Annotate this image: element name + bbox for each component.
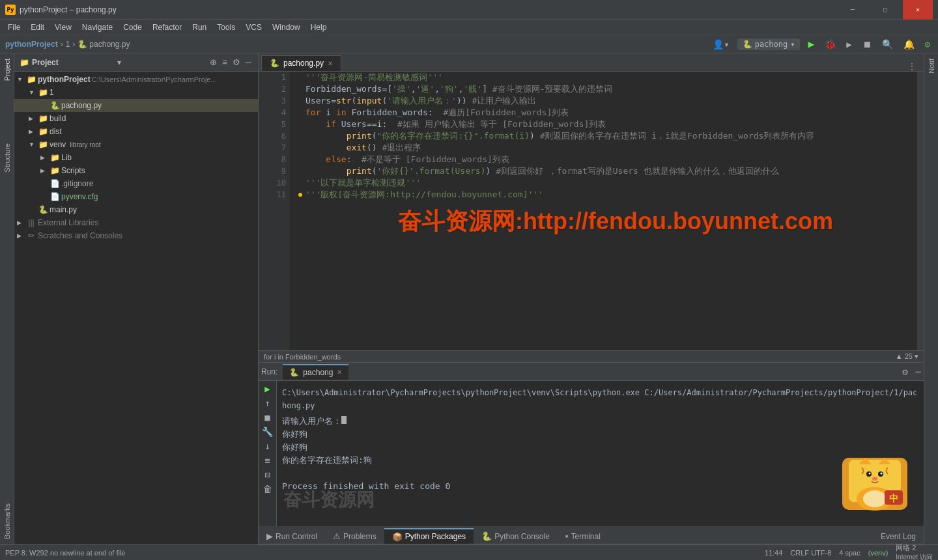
btm-tab-python-packages[interactable]: 📦 Python Packages: [384, 528, 474, 544]
tree-item-venv[interactable]: ▼ 📁 venv library root: [14, 138, 258, 151]
tree-item-main[interactable]: 🐍 main.py: [14, 203, 258, 216]
profile-icon[interactable]: 👤▾: [710, 38, 732, 51]
code-line-11-text: '''版权[奋斗资源网:http://fendou.boyunnet.com]'…: [306, 189, 543, 201]
menu-view[interactable]: View: [50, 21, 77, 33]
run-play-icon[interactable]: ▶: [264, 384, 270, 394]
project-tab-vertical[interactable]: Project: [2, 56, 12, 83]
editor-gutter: [259, 72, 264, 350]
run-collapse-icon[interactable]: ⊟: [264, 469, 270, 480]
search-everywhere-button[interactable]: 🔍: [879, 38, 896, 51]
tab-pachong[interactable]: 🐍 pachong.py ✕: [261, 55, 341, 71]
minimize-button[interactable]: ─: [838, 0, 868, 20]
window-title: pythonProject – pachong.py: [20, 5, 117, 14]
run-button[interactable]: ▶: [805, 36, 817, 51]
code-editor[interactable]: 奋斗资源网:http://fendou.boyunnet.com '''奋斗资源…: [290, 72, 917, 350]
tree-item-extlibs[interactable]: ▶ ||| External Libraries: [14, 216, 258, 229]
tree-item-gitignore[interactable]: 📄 .gitignore: [14, 177, 258, 190]
tree-item-1[interactable]: ▼ 📁 1: [14, 86, 258, 99]
tree-item-pyvenv[interactable]: 📄 pyvenv.cfg: [14, 190, 258, 203]
right-tab-notifications[interactable]: Notif: [926, 56, 937, 76]
bottom-panel: Run: 🐍 pachong ✕ ⚙ ─ ▶ ↑ ■: [259, 362, 924, 544]
run-panel-minimize-icon[interactable]: ─: [916, 367, 921, 377]
menu-vcs[interactable]: VCS: [240, 21, 267, 33]
run-config-selector[interactable]: 🐍 pachong ▾: [737, 38, 801, 50]
code-line-5-text: if Users==i: #如果 用户输入输出 等于 [Forbidden_wo…: [306, 119, 606, 130]
menu-help[interactable]: Help: [306, 21, 332, 33]
folder-venv-icon: 📁: [38, 139, 48, 150]
watermark-text: 奋斗资源网:http://fendou.boyunnet.com: [398, 216, 833, 227]
run-panel-settings-icon[interactable]: ⚙: [902, 367, 907, 377]
tree-item-pachong[interactable]: 🐍 pachong.py: [14, 99, 258, 112]
tab-pachong-label: pachong.py: [283, 59, 324, 68]
menu-edit[interactable]: Edit: [25, 21, 50, 33]
run-stop-icon[interactable]: ■: [264, 412, 270, 423]
stop-button[interactable]: ⏹: [860, 38, 874, 51]
breadcrumb-num[interactable]: 1: [66, 40, 70, 49]
run-scroll-down-icon[interactable]: ↓: [264, 441, 270, 451]
menu-window[interactable]: Window: [267, 21, 306, 33]
tree-build-arrow: ▶: [29, 115, 36, 122]
menu-navigate[interactable]: Navigate: [77, 21, 118, 33]
tree-main-label: main.py: [50, 205, 77, 214]
tree-item-dist[interactable]: ▶ 📁 dist: [14, 125, 258, 138]
run-with-coverage-button[interactable]: ▶: [844, 38, 854, 51]
debug-button[interactable]: 🐞: [822, 38, 838, 51]
project-panel-scroll-icon[interactable]: ≡: [221, 57, 229, 67]
code-line-10: '''以下就是单字检测违规''': [295, 177, 912, 189]
btm-tab-python-console[interactable]: 🐍 Python Console: [474, 528, 558, 544]
menu-refactor[interactable]: Refactor: [147, 21, 187, 33]
editor-scrollbar[interactable]: [917, 72, 924, 350]
menu-run[interactable]: Run: [187, 21, 212, 33]
btm-tab-event-log[interactable]: Event Log: [873, 528, 924, 544]
run-output-area[interactable]: C:\Users\Administrator\PycharmProjects\p…: [277, 381, 924, 526]
tree-venv-arrow: ▼: [29, 141, 36, 148]
tree-item-scratches[interactable]: ▶ ✏ Scratches and Consoles: [14, 229, 258, 242]
btm-tab-problems-label: Problems: [343, 532, 377, 541]
tree-dist-arrow: ▶: [29, 128, 36, 135]
btm-event-log-label: Event Log: [881, 532, 916, 541]
status-encoding[interactable]: CRLF UTF-8: [790, 549, 831, 557]
bookmarks-tab-vertical[interactable]: Bookmarks: [2, 501, 12, 542]
tree-item-scripts[interactable]: ▶ 📁 Scripts: [14, 164, 258, 177]
close-button[interactable]: ✕: [903, 0, 933, 20]
tab-close-button[interactable]: ✕: [328, 60, 333, 67]
tree-lib-label: Lib: [61, 153, 72, 162]
status-spaces[interactable]: 4 spac: [839, 549, 860, 557]
menu-tools[interactable]: Tools: [212, 21, 240, 33]
breadcrumb-sep1: ›: [61, 40, 63, 49]
code-line-6-text: print("你的名字存在违禁词:{}".format(i)) #则返回你的名字…: [306, 130, 814, 142]
btm-tab-run-control[interactable]: ▶ Run Control: [259, 528, 325, 544]
menu-code[interactable]: Code: [118, 21, 147, 33]
tree-build-label: build: [50, 114, 66, 123]
project-name[interactable]: pythonProject: [5, 40, 58, 49]
run-wrench-icon[interactable]: 🔧: [262, 427, 273, 437]
tree-root[interactable]: ▼ 📁 pythonProject C:\Users\Administrator…: [14, 73, 258, 86]
run-rerun-icon[interactable]: ↑: [264, 398, 270, 408]
tree-pyvenv-label: pyvenv.cfg: [61, 192, 98, 201]
tree-item-build[interactable]: ▶ 📁 build: [14, 112, 258, 125]
project-header-arrow[interactable]: ▾: [117, 58, 121, 67]
project-panel-settings-icon[interactable]: ⚙: [231, 57, 242, 67]
editor-more-icon[interactable]: ⋮: [903, 62, 921, 71]
window-controls[interactable]: ─ □ ✕: [838, 0, 933, 20]
menu-file[interactable]: File: [3, 21, 25, 33]
run-format-icon[interactable]: ≡: [264, 455, 270, 466]
pep8-warning[interactable]: PEP 8: W292 no newline at end of file: [5, 549, 125, 557]
run-config-arrow: ▾: [790, 40, 795, 49]
btm-tab-terminal[interactable]: ▪ Terminal: [558, 528, 608, 544]
run-tab-close[interactable]: ✕: [337, 369, 342, 376]
run-tab-pachong[interactable]: 🐍 pachong ✕: [283, 364, 348, 380]
breadcrumb-file[interactable]: 🐍 pachong.py: [78, 40, 130, 49]
project-panel-add-icon[interactable]: ⊕: [208, 57, 218, 67]
py-file-icon: 🐍: [50, 100, 60, 111]
notifications-button[interactable]: 🔔: [901, 38, 917, 51]
maximize-button[interactable]: □: [870, 0, 900, 20]
project-panel-minimize-icon[interactable]: ─: [244, 57, 253, 67]
settings-button[interactable]: ⚙: [922, 38, 933, 51]
btm-tab-problems[interactable]: ⚠ Problems: [325, 528, 384, 544]
run-trash-icon[interactable]: 🗑: [263, 484, 272, 494]
structure-tab-vertical[interactable]: Structure: [2, 141, 12, 175]
tree-venv-badge: library root: [70, 141, 100, 148]
status-venv[interactable]: (venv): [868, 549, 888, 557]
tree-item-lib[interactable]: ▶ 📁 Lib: [14, 151, 258, 164]
